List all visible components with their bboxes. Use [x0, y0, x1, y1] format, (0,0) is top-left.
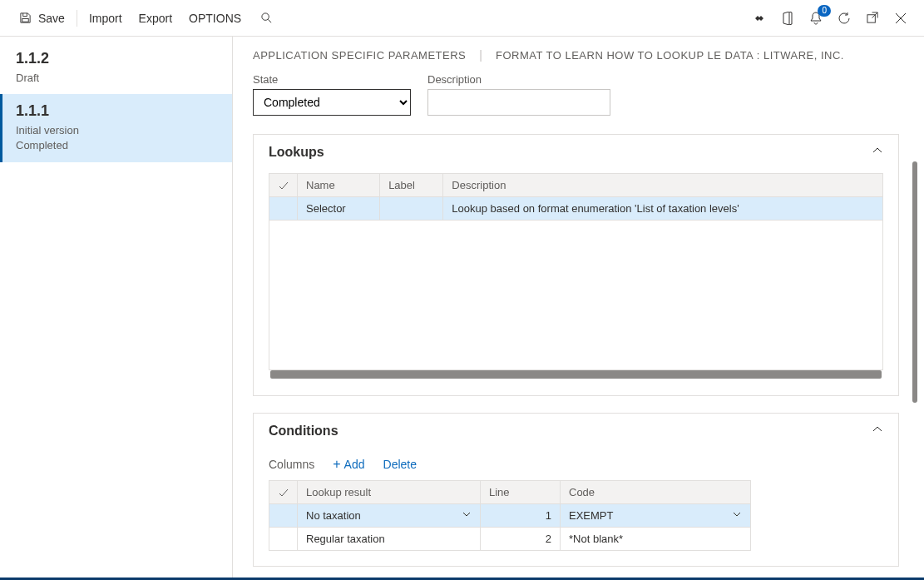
- cell-code[interactable]: *Not blank*: [561, 528, 751, 551]
- add-button[interactable]: +Add: [333, 457, 364, 472]
- conditions-header[interactable]: Conditions: [254, 414, 898, 449]
- sidebar: 1.1.2 Draft 1.1.1 Initial version Comple…: [0, 37, 233, 578]
- main: APPLICATION SPECIFIC PARAMETERS | FORMAT…: [233, 37, 924, 578]
- grid-padding: [269, 221, 883, 370]
- search-icon: [258, 10, 274, 27]
- table-row[interactable]: Selector Lookup based on format enumerat…: [269, 197, 883, 221]
- save-icon: [17, 10, 33, 27]
- col-label[interactable]: Label: [380, 174, 443, 197]
- columns-button[interactable]: Columns: [269, 458, 314, 471]
- body: 1.1.2 Draft 1.1.1 Initial version Comple…: [0, 37, 924, 578]
- notifications-badge: 0: [818, 5, 831, 17]
- cell-name: Selector: [298, 197, 380, 221]
- lookups-title: Lookups: [269, 145, 324, 160]
- import-button[interactable]: Import: [81, 7, 131, 30]
- row-select[interactable]: [269, 197, 298, 221]
- page-subtitle: FORMAT TO LEARN HOW TO LOOKUP LE DATA : …: [496, 49, 844, 62]
- chevron-up-icon: [872, 145, 883, 160]
- conditions-panel: Conditions Columns +Add Delete: [253, 413, 899, 567]
- row-select[interactable]: [269, 504, 298, 528]
- description-input[interactable]: [427, 89, 610, 116]
- toolbar-separator: [77, 10, 77, 27]
- state-field: State Completed: [253, 73, 411, 116]
- conditions-title: Conditions: [269, 424, 338, 439]
- version-number: 1.1.2: [16, 50, 219, 67]
- refresh-icon[interactable]: [836, 10, 852, 27]
- col-code[interactable]: Code: [561, 481, 751, 504]
- row-select[interactable]: [269, 528, 298, 551]
- import-label: Import: [89, 12, 122, 25]
- search-button[interactable]: [250, 5, 283, 32]
- conditions-body: Columns +Add Delete Lookup result: [254, 449, 898, 566]
- description-field: Description: [427, 73, 610, 116]
- options-label: OPTIONS: [189, 12, 241, 25]
- lookups-grid: Name Label Description Selector Lookup b…: [269, 173, 883, 370]
- connection-icon[interactable]: [751, 10, 768, 27]
- description-label: Description: [427, 73, 610, 86]
- delete-button[interactable]: Delete: [383, 458, 417, 471]
- lookup-result-value: No taxation: [306, 509, 361, 522]
- header-fields: State Completed Description: [253, 73, 899, 116]
- version-number: 1.1.1: [16, 102, 219, 120]
- toolbar: Save Import Export OPTIONS 0: [0, 0, 924, 37]
- version-status: Draft: [16, 71, 219, 86]
- col-description[interactable]: Description: [443, 174, 883, 197]
- cell-lookup-result[interactable]: No taxation: [298, 504, 481, 528]
- svg-point-1: [261, 13, 268, 20]
- vertical-scrollbar[interactable]: [912, 161, 917, 403]
- table-row[interactable]: No taxation 1 EXEMPT: [269, 504, 751, 528]
- select-all[interactable]: [269, 481, 298, 504]
- close-icon[interactable]: [892, 10, 909, 27]
- conditions-actions: Columns +Add Delete: [254, 449, 883, 480]
- save-label: Save: [38, 12, 65, 25]
- save-button[interactable]: Save: [8, 5, 73, 32]
- version-description: Initial version: [16, 123, 219, 138]
- state-select[interactable]: Completed: [253, 89, 411, 116]
- toolbar-left: Save Import Export OPTIONS: [8, 5, 283, 32]
- code-value: EXEMPT: [569, 509, 613, 522]
- version-item[interactable]: 1.1.1 Initial version Completed: [0, 94, 232, 161]
- table-row[interactable]: Regular taxation 2 *Not blank*: [269, 528, 751, 551]
- svg-rect-0: [22, 18, 28, 22]
- toolbar-right: 0: [751, 10, 916, 27]
- chevron-down-icon: [462, 509, 472, 522]
- chevron-down-icon: [732, 509, 742, 522]
- version-item[interactable]: 1.1.2 Draft: [0, 42, 232, 94]
- lookups-panel: Lookups Name Label: [253, 134, 899, 396]
- export-label: Export: [139, 12, 172, 25]
- conditions-grid: Lookup result Line Code No taxation: [269, 480, 751, 551]
- lookups-header[interactable]: Lookups: [254, 135, 898, 170]
- breadcrumb-separator: |: [479, 48, 482, 62]
- notifications-icon[interactable]: 0: [808, 10, 824, 27]
- version-status: Completed: [16, 138, 219, 153]
- export-button[interactable]: Export: [131, 7, 180, 30]
- state-label: State: [253, 73, 411, 86]
- col-line[interactable]: Line: [481, 481, 561, 504]
- cell-code[interactable]: EXEMPT: [561, 504, 751, 528]
- cell-description: Lookup based on format enumeration 'List…: [443, 197, 883, 221]
- add-label: Add: [344, 458, 365, 471]
- chevron-up-icon: [872, 424, 883, 439]
- plus-icon: +: [333, 457, 340, 471]
- lookups-body: Name Label Description Selector Lookup b…: [254, 170, 898, 395]
- select-all[interactable]: [269, 174, 298, 197]
- col-name[interactable]: Name: [298, 174, 380, 197]
- svg-line-2: [268, 19, 271, 22]
- popout-icon[interactable]: [864, 10, 881, 27]
- cell-line: 2: [481, 528, 561, 551]
- cell-label: [380, 197, 443, 221]
- office-icon[interactable]: [779, 10, 796, 27]
- page-title: APPLICATION SPECIFIC PARAMETERS: [253, 49, 466, 62]
- options-button[interactable]: OPTIONS: [180, 7, 250, 30]
- cell-lookup-result[interactable]: Regular taxation: [298, 528, 481, 551]
- col-lookup-result[interactable]: Lookup result: [298, 481, 481, 504]
- horizontal-scrollbar[interactable]: [270, 370, 882, 379]
- cell-line: 1: [481, 504, 561, 528]
- breadcrumb: APPLICATION SPECIFIC PARAMETERS | FORMAT…: [253, 48, 899, 62]
